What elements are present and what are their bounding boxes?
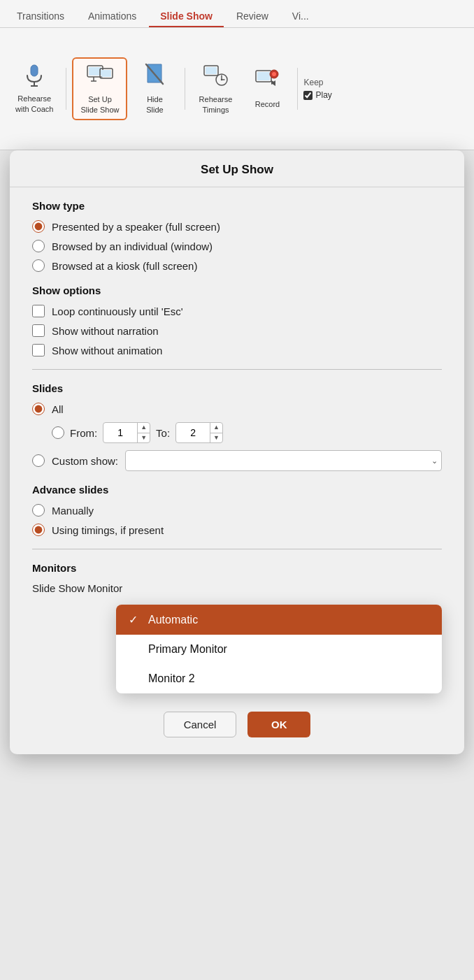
divider-2 (32, 549, 442, 549)
slides-all-row: All (32, 403, 442, 415)
record-icon (254, 68, 280, 96)
svg-rect-6 (101, 70, 111, 77)
to-input[interactable] (176, 427, 210, 438)
monitor-dropdown-popup: ✓ Automatic Primary Monitor Monitor 2 (116, 605, 442, 693)
from-spin-arrows: ▲ ▼ (137, 423, 150, 442)
to-up-arrow[interactable]: ▲ (210, 423, 222, 433)
ribbon-divider-3 (297, 68, 298, 110)
dialog-footer: Cancel OK (10, 712, 464, 737)
show-type-section: Show type Presented by a speaker (full s… (32, 200, 442, 272)
ok-button[interactable]: OK (247, 712, 310, 737)
svg-point-20 (272, 72, 276, 76)
ribbon-button-area: Rehearsewith Coach Set UpSlide Show (0, 28, 474, 150)
monitor-primary-label: Primary Monitor (148, 643, 227, 656)
show-type-individual-radio[interactable] (32, 240, 45, 252)
hide-slide-icon (145, 63, 164, 92)
show-without-animation-label: Show without animation (52, 345, 162, 356)
advance-manually-radio[interactable] (32, 504, 45, 517)
advance-timings-radio[interactable] (32, 524, 45, 536)
monitor-2-label: Monitor 2 (148, 672, 195, 685)
tab-view[interactable]: Vi... (281, 6, 320, 27)
ribbon-tab-bar: Transitions Animations Slide Show Review… (0, 0, 474, 28)
loop-continuously-label: Loop continuously until 'Esc' (52, 305, 183, 317)
show-type-speaker-radio[interactable] (32, 220, 45, 233)
ribbon: Transitions Animations Slide Show Review… (0, 0, 474, 150)
show-without-animation-checkbox[interactable] (32, 344, 45, 356)
from-down-arrow[interactable]: ▼ (138, 433, 150, 443)
slides-all-radio[interactable] (32, 403, 45, 415)
svg-point-16 (221, 79, 222, 80)
svg-rect-12 (206, 67, 217, 74)
from-label: From: (70, 427, 97, 439)
tab-slideshow[interactable]: Slide Show (149, 6, 224, 27)
show-type-kiosk-radio[interactable] (32, 259, 45, 272)
set-up-show-dialog: Set Up Show Show type Presented by a spe… (10, 150, 464, 754)
record-label: Record (255, 99, 280, 109)
show-type-label: Show type (32, 200, 442, 212)
monitor-option-primary[interactable]: Primary Monitor (116, 635, 442, 664)
rehearse-coach-label: Rehearsewith Coach (15, 94, 53, 114)
to-down-arrow[interactable]: ▼ (210, 433, 222, 443)
show-options-label: Show options (32, 284, 442, 296)
rehearse-timings-button[interactable]: RehearseTimings (191, 59, 240, 119)
play-label: Play (315, 90, 331, 100)
slides-from-radio[interactable] (52, 426, 64, 439)
show-type-speaker-label: Presented by a speaker (full screen) (52, 221, 220, 233)
from-input-group: ▲ ▼ (103, 422, 150, 443)
show-without-animation-row: Show without animation (32, 344, 442, 356)
tab-review[interactable]: Review (225, 6, 280, 27)
slide-show-monitor-label: Slide Show Monitor (32, 582, 122, 594)
monitors-label: Monitors (32, 562, 442, 574)
dialog-body: Show type Presented by a speaker (full s… (10, 200, 464, 698)
show-type-kiosk-row: Browsed at a kiosk (full screen) (32, 259, 442, 272)
rehearse-timings-label: RehearseTimings (199, 94, 233, 115)
divider-1 (32, 369, 442, 370)
slides-all-label: All (52, 403, 64, 415)
checkmark-icon: ✓ (129, 613, 144, 626)
from-up-arrow[interactable]: ▲ (138, 423, 150, 433)
monitor-option-automatic[interactable]: ✓ Automatic (116, 605, 442, 635)
tab-animations[interactable]: Animations (77, 6, 148, 27)
custom-show-row: Custom show: ⌄ (32, 450, 442, 471)
tab-transitions[interactable]: Transitions (6, 6, 76, 27)
rehearse-with-coach-button[interactable]: Rehearsewith Coach (8, 59, 60, 118)
to-input-group: ▲ ▼ (175, 422, 223, 443)
ribbon-divider-1 (66, 68, 66, 110)
loop-continuously-checkbox[interactable] (32, 305, 45, 317)
show-without-narration-checkbox[interactable] (32, 324, 45, 337)
record-button[interactable]: Record (243, 64, 292, 113)
cancel-button[interactable]: Cancel (164, 712, 237, 737)
slide-show-monitor-row: Slide Show Monitor ✓ Automatic Primary M… (32, 582, 442, 594)
set-up-slide-show-button[interactable]: Set UpSlide Show (72, 57, 127, 120)
custom-show-radio[interactable] (32, 454, 45, 467)
show-type-speaker-row: Presented by a speaker (full screen) (32, 220, 442, 233)
show-type-individual-row: Browsed by an individual (window) (32, 240, 442, 252)
show-without-narration-row: Show without narration (32, 324, 442, 337)
advance-slides-label: Advance slides (32, 484, 442, 496)
custom-show-select-wrapper: ⌄ (125, 450, 442, 471)
show-without-narration-label: Show without narration (52, 325, 159, 337)
microphone-icon (24, 64, 44, 91)
custom-show-select[interactable] (125, 450, 442, 471)
from-input[interactable] (103, 427, 137, 438)
ribbon-divider-2 (185, 68, 185, 110)
advance-manually-label: Manually (52, 505, 94, 517)
dialog-title: Set Up Show (10, 150, 464, 187)
hide-slide-button[interactable]: HideSlide (130, 59, 179, 119)
svg-rect-0 (31, 65, 38, 76)
advance-manually-row: Manually (32, 504, 442, 517)
custom-show-label: Custom show: (52, 455, 118, 467)
monitors-section: Monitors Slide Show Monitor ✓ Automatic … (32, 562, 442, 594)
loop-continuously-row: Loop continuously until 'Esc' (32, 305, 442, 317)
slides-section: Slides All From: ▲ ▼ To: (32, 382, 442, 471)
slides-from-to-row: From: ▲ ▼ To: ▲ ▼ (52, 422, 442, 443)
to-spin-arrows: ▲ ▼ (210, 423, 222, 442)
play-narration-checkbox[interactable] (303, 91, 313, 100)
advance-timings-label: Using timings, if present (52, 524, 164, 536)
monitor-option-monitor2[interactable]: Monitor 2 (116, 664, 442, 693)
advance-timings-row: Using timings, if present (32, 524, 442, 536)
monitor-automatic-label: Automatic (148, 614, 198, 626)
advance-slides-section: Advance slides Manually Using timings, i… (32, 484, 442, 536)
show-type-kiosk-label: Browsed at a kiosk (full screen) (52, 260, 197, 272)
show-type-individual-label: Browsed by an individual (window) (52, 240, 213, 252)
